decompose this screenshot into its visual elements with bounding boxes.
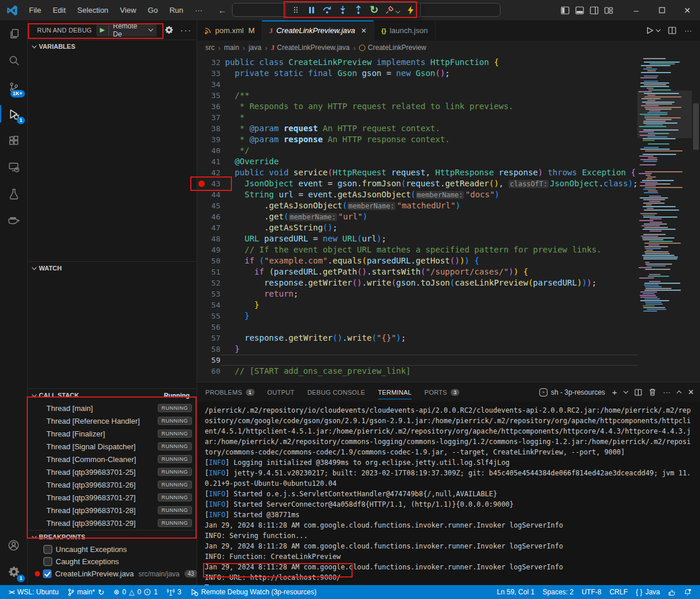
line-number-gutter[interactable]: 53 (197, 288, 220, 300)
run-file-button[interactable] (646, 27, 660, 34)
line-number-gutter[interactable]: 39 (197, 134, 220, 145)
go-back-icon[interactable]: ← (218, 5, 227, 15)
call-stack-thread-row[interactable]: Thread [qtp399683701-26]RUNNING (28, 478, 197, 491)
step-out-icon[interactable] (351, 3, 365, 16)
line-number-gutter[interactable]: 49 (197, 244, 220, 255)
activity-source-control[interactable]: 1K+ (0, 74, 28, 100)
panel-more-actions-icon[interactable]: ··· (663, 388, 670, 396)
call-stack-thread-row[interactable]: Thread [Reference Handler]RUNNING (28, 414, 197, 427)
minimize-button[interactable]: – (623, 0, 649, 20)
activity-remote-explorer[interactable] (0, 154, 28, 181)
editor-more-actions-icon[interactable]: ··· (684, 26, 692, 35)
panel-tab-problems[interactable]: PROBLEMS1 (205, 383, 255, 402)
breakpoint-checkbox[interactable] (43, 545, 52, 554)
line-number-gutter[interactable]: 50 (197, 255, 220, 266)
panel-tab-terminal[interactable]: TERMINAL (378, 383, 412, 402)
hot-code-replace-icon[interactable] (404, 3, 418, 16)
breakpoint-row[interactable]: Uncaught Exceptions (28, 543, 197, 555)
panel-tab-debug-console[interactable]: DEBUG CONSOLE (307, 383, 365, 402)
line-number-gutter[interactable]: 35 (197, 90, 220, 101)
line-number-gutter[interactable]: 34 (197, 79, 220, 90)
menu-selection[interactable]: Selection (72, 3, 113, 17)
eol-sequence[interactable]: CRLF (605, 588, 632, 596)
call-stack-thread-row[interactable]: Thread [qtp399683701-28]RUNNING (28, 504, 197, 517)
debug-session-status[interactable]: Remote Debug Watch (3p-resources) (187, 585, 321, 599)
maximize-button[interactable] (649, 0, 674, 20)
cursor-position[interactable]: Ln 59, Col 1 (493, 588, 539, 596)
toggle-panel-icon[interactable] (575, 6, 584, 15)
step-into-icon[interactable] (336, 3, 350, 16)
watch-section-header[interactable]: WATCH (28, 262, 197, 275)
line-number-gutter[interactable]: 38 (197, 123, 220, 134)
customize-layout-icon[interactable] (604, 6, 613, 15)
tab-pom-xml[interactable]: pom.xmlM (197, 20, 262, 41)
line-number-gutter[interactable]: 41 (197, 156, 220, 167)
breadcrumb-item-java[interactable]: java (249, 44, 262, 52)
tab-CreateLinkPreview-java[interactable]: JCreateLinkPreview.java✕ (262, 20, 374, 41)
panel-tab-ports[interactable]: PORTS3 (425, 383, 460, 402)
launch-config-select[interactable]: Remote De (109, 24, 157, 37)
line-number-gutter[interactable]: 60 (197, 366, 220, 377)
terminal-output[interactable]: /pierrick/.m2/repository/io/cloudevents/… (197, 402, 700, 585)
code-editor[interactable]: 32public class CreateLinkPreview impleme… (197, 55, 700, 382)
line-number-gutter[interactable]: 45 (197, 200, 220, 211)
breakpoints-section-header[interactable]: BREAKPOINTS (28, 531, 197, 543)
close-tab-icon[interactable]: ✕ (361, 27, 367, 35)
tab-launch-json[interactable]: {}launch.json (374, 20, 435, 41)
line-number-gutter[interactable]: 32 (197, 57, 220, 68)
terminal-dropdown-icon[interactable] (623, 389, 628, 394)
breakpoint-icon[interactable] (198, 181, 205, 187)
call-stack-thread-row[interactable]: Thread [Signal Dispatcher]RUNNING (28, 440, 197, 453)
breakpoint-row[interactable]: Caught Exceptions (28, 555, 197, 568)
restart-icon[interactable]: ↻ (367, 3, 381, 16)
menu-go[interactable]: Go (143, 3, 163, 17)
breadcrumb-item-main[interactable]: main (224, 44, 239, 52)
line-number-gutter[interactable]: 37 (197, 112, 220, 123)
remote-indicator[interactable]: ><WSL: Ubuntu (5, 585, 63, 599)
disconnect-icon[interactable] (383, 3, 397, 16)
kill-terminal-icon[interactable] (649, 388, 656, 396)
breadcrumb-item-CreateLinkPreview[interactable]: CreateLinkPreview (359, 44, 426, 52)
encoding[interactable]: UTF-8 (578, 588, 605, 596)
activity-settings[interactable]: 1 (0, 558, 28, 585)
menu-view[interactable]: View (115, 3, 142, 17)
line-number-gutter[interactable]: 36 (197, 101, 220, 112)
menu-[interactable]: ··· (190, 3, 208, 17)
breakpoint-row[interactable]: CreateLinkPreview.javasrc/main/java43 (28, 568, 197, 580)
git-branch[interactable]: main*↻ (64, 585, 108, 599)
activity-docker[interactable] (0, 207, 28, 234)
breakpoint-checkbox[interactable] (43, 569, 52, 578)
toggle-primary-sidebar-icon[interactable] (561, 6, 570, 15)
line-number-gutter[interactable]: 44 (197, 189, 220, 200)
start-debugging-button[interactable]: ▶ (96, 24, 108, 37)
line-number-gutter[interactable]: 59 (197, 355, 220, 366)
editor-scrollbar[interactable] (692, 55, 700, 382)
line-number-gutter[interactable]: 42 (197, 167, 220, 178)
language-mode[interactable]: { }Java (632, 588, 664, 596)
close-button[interactable]: ✕ (674, 0, 700, 20)
indentation[interactable]: Spaces: 2 (539, 588, 578, 596)
forwarded-ports[interactable]: 3 (163, 585, 186, 599)
call-stack-thread-row[interactable]: Thread [Finalizer]RUNNING (28, 427, 197, 440)
line-number-gutter[interactable]: 48 (197, 233, 220, 244)
activity-testing[interactable] (0, 181, 28, 207)
terminal-instance[interactable]: >sh - 3p-resources (539, 388, 605, 396)
call-stack-thread-row[interactable]: Thread [qtp399683701-29]RUNNING (28, 517, 197, 529)
drag-grip-icon[interactable] (289, 3, 303, 16)
menu-file[interactable]: File (24, 3, 46, 17)
close-panel-icon[interactable]: ✕ (688, 388, 694, 396)
panel-tab-output[interactable]: OUTPUT (267, 383, 295, 402)
minimap[interactable] (637, 55, 692, 382)
problems-summary[interactable]: ⊗0△01 (110, 585, 162, 599)
call-stack-thread-row[interactable]: Thread [main]RUNNING (28, 402, 197, 414)
maximize-panel-icon[interactable] (677, 391, 681, 395)
call-stack-thread-row[interactable]: Thread [qtp399683701-25]RUNNING (28, 466, 197, 478)
pause-icon[interactable] (304, 3, 318, 16)
line-number-gutter[interactable]: 57 (197, 333, 220, 344)
line-number-gutter[interactable]: 56 (197, 322, 220, 333)
breakpoint-checkbox[interactable] (43, 557, 52, 566)
activity-account[interactable] (0, 532, 28, 558)
call-stack-section-header[interactable]: CALL STACKRunning (28, 389, 197, 402)
new-terminal-icon[interactable]: + (612, 387, 617, 397)
variables-section-header[interactable]: VARIABLES (28, 40, 197, 53)
